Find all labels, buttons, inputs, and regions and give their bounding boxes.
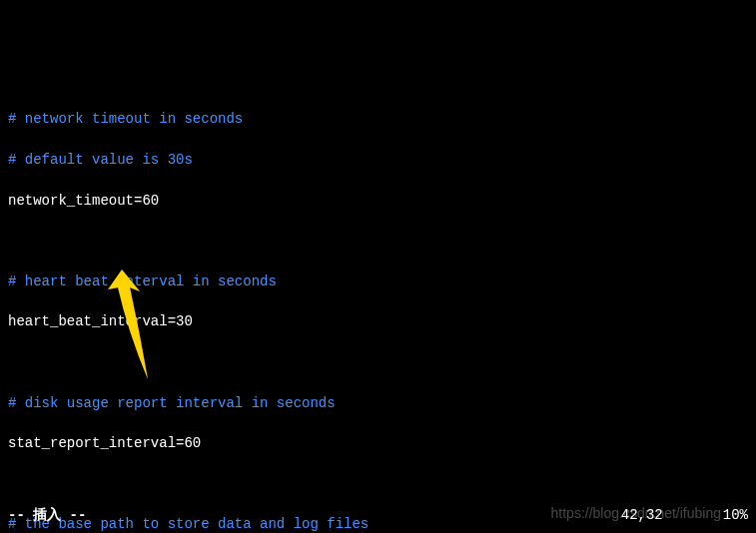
config-line: stat_report_interval=60 [8,433,748,453]
config-line: network_timeout=60 [8,191,748,211]
vim-mode-indicator: -- 插入 -- [8,505,86,525]
vim-status-bar: -- 插入 -- 42,32 10% [8,505,748,525]
blank-line [8,474,748,494]
comment-line: # network timeout in seconds [8,109,748,129]
editor-content[interactable]: # network timeout in seconds # default v… [8,89,748,533]
config-line: heart_beat_interval=30 [8,311,748,331]
comment-line: # heart beat interval in seconds [8,271,748,291]
blank-line [8,352,748,372]
comment-line: # default value is 30s [8,150,748,170]
cursor-position: 42,32 [621,505,663,525]
blank-line [8,231,748,251]
scroll-percent: 10% [723,505,748,525]
comment-line: # disk usage report interval in seconds [8,393,748,413]
